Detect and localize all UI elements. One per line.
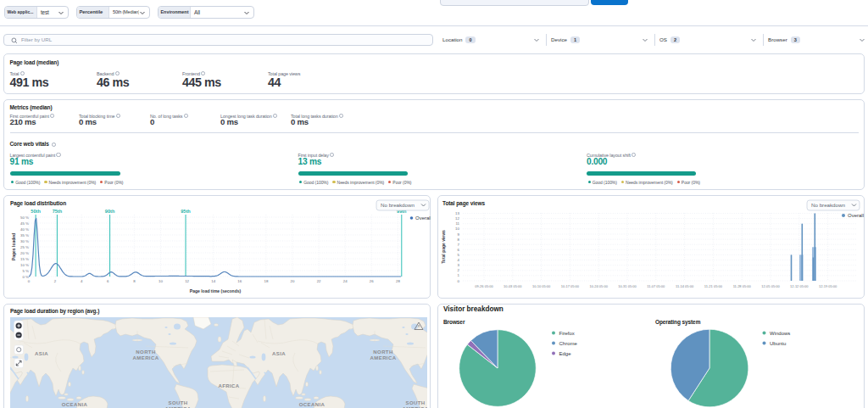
svg-text:4: 4	[81, 279, 83, 283]
svg-text:40 %: 40 %	[20, 227, 29, 232]
svg-text:16: 16	[237, 279, 242, 283]
svg-text:8: 8	[133, 279, 136, 283]
svg-text:25 %: 25 %	[20, 245, 29, 249]
svg-text:Firefox: Firefox	[559, 331, 575, 336]
svg-text:Edge: Edge	[559, 351, 572, 356]
svg-text:11-07 05:00: 11-07 05:00	[647, 284, 665, 288]
svg-text:9: 9	[458, 232, 460, 237]
svg-text:No breakdown: No breakdown	[381, 202, 415, 208]
svg-text:4: 4	[458, 258, 460, 262]
svg-text:5: 5	[458, 253, 460, 257]
svg-text:12-05 05:00: 12-05 05:00	[761, 284, 780, 288]
svg-text:95th: 95th	[181, 209, 191, 214]
svg-text:0: 0	[28, 279, 31, 283]
svg-text:10: 10	[159, 279, 163, 283]
svg-text:09-26 05:00: 09-26 05:00	[475, 284, 493, 288]
svg-text:Pages loaded: Pages loaded	[11, 233, 16, 260]
svg-text:10-17 05:00: 10-17 05:00	[561, 284, 580, 288]
svg-text:13: 13	[455, 211, 459, 215]
svg-text:Ubuntu: Ubuntu	[770, 341, 786, 346]
svg-text:10-03 05:00: 10-03 05:00	[504, 284, 522, 288]
svg-text:50th: 50th	[31, 209, 41, 214]
svg-text:6: 6	[458, 248, 460, 252]
svg-text:12-12 05:00: 12-12 05:00	[790, 284, 809, 288]
svg-text:10-31 05:00: 10-31 05:00	[618, 284, 637, 288]
svg-text:1: 1	[458, 273, 460, 277]
svg-text:Windows: Windows	[770, 331, 790, 336]
svg-text:Overall: Overall	[848, 213, 864, 218]
svg-text:7: 7	[458, 243, 460, 247]
svg-text:75th: 75th	[53, 209, 63, 214]
svg-text:10 %: 10 %	[20, 263, 29, 267]
svg-text:12: 12	[185, 279, 189, 283]
svg-text:14: 14	[211, 279, 215, 283]
svg-text:0: 0	[458, 279, 460, 283]
svg-text:28: 28	[396, 279, 400, 283]
svg-text:Total page views: Total page views	[441, 230, 446, 264]
svg-text:Overall: Overall	[415, 215, 431, 221]
svg-text:20 %: 20 %	[20, 251, 29, 255]
svg-text:10-24 05:00: 10-24 05:00	[590, 284, 609, 288]
svg-text:0 %: 0 %	[22, 275, 29, 279]
svg-text:Page load time (seconds): Page load time (seconds)	[190, 288, 242, 293]
svg-text:Chrome: Chrome	[559, 341, 578, 346]
svg-text:12-19 05:00: 12-19 05:00	[819, 284, 837, 288]
svg-text:20: 20	[291, 279, 295, 283]
svg-text:5 %: 5 %	[22, 269, 29, 273]
svg-text:24: 24	[343, 279, 348, 283]
svg-text:22: 22	[317, 279, 321, 283]
svg-text:10-10 05:00: 10-10 05:00	[532, 284, 551, 288]
svg-text:30 %: 30 %	[20, 239, 29, 243]
svg-text:10: 10	[455, 226, 459, 231]
svg-text:11-14 05:00: 11-14 05:00	[676, 284, 694, 288]
svg-text:26: 26	[370, 279, 374, 283]
svg-text:11: 11	[455, 221, 459, 226]
svg-text:90th: 90th	[105, 209, 115, 214]
svg-text:2: 2	[54, 279, 57, 283]
svg-text:6: 6	[107, 279, 109, 283]
svg-text:18: 18	[264, 279, 268, 283]
svg-text:11-21 05:00: 11-21 05:00	[704, 284, 723, 288]
svg-text:15 %: 15 %	[20, 257, 29, 261]
svg-text:2: 2	[458, 268, 460, 272]
svg-text:45 %: 45 %	[20, 221, 29, 226]
svg-text:8: 8	[458, 238, 460, 242]
svg-text:3: 3	[458, 263, 460, 267]
svg-text:12: 12	[455, 216, 459, 221]
svg-text:No breakdown: No breakdown	[811, 202, 845, 208]
svg-text:35 %: 35 %	[20, 233, 29, 238]
svg-text:11-28 05:00: 11-28 05:00	[733, 284, 752, 288]
svg-text:50 %: 50 %	[20, 215, 29, 220]
